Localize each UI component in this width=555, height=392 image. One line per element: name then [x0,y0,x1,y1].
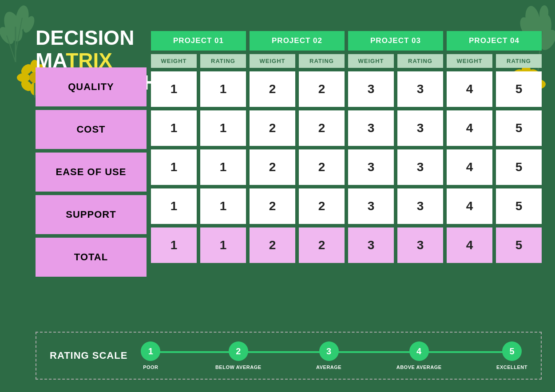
criteria-total: TOTAL [36,238,147,277]
quality-p2-weight: 2 [250,71,295,107]
svg-line-6 [16,18,22,53]
support-p2-rating: 2 [299,188,345,224]
p4-weight-header: WEIGHT [447,54,492,68]
scale-label-above-avg: ABOVE AVERAGE [396,365,442,370]
scale-label-poor: POOR [143,365,158,370]
project-02-header: PROJECT 02 [250,31,345,51]
svg-point-19 [523,5,543,35]
scale-circle-4: 4 [409,341,429,361]
cost-p3-rating: 3 [397,110,443,146]
matrix-area: PROJECT 01 PROJECT 02 PROJECT 03 PROJECT… [151,31,542,263]
quality-p2-pair: 2 2 [250,71,345,107]
scale-item-1: 1 POOR [141,341,160,370]
scale-label-avg: AVERAGE [316,365,341,370]
cost-p1-pair: 1 1 [151,110,246,146]
total-p3-rating: 3 [397,227,443,263]
p3-rating-header: RATING [397,54,443,68]
project-01-header: PROJECT 01 [151,31,246,51]
ease-p1-rating: 1 [200,149,246,185]
support-p2-pair: 2 2 [250,188,345,224]
subheader-p3: WEIGHT RATING [348,54,443,68]
scale-circle-1: 1 [141,341,160,361]
support-p3-rating: 3 [397,188,443,224]
scale-item-3: 3 AVERAGE [316,341,341,370]
support-p3-weight: 3 [348,188,394,224]
svg-line-5 [7,35,16,62]
subheader-p1: WEIGHT RATING [151,54,246,68]
scale-item-2: 2 BELOW AVERAGE [215,341,262,370]
p1-weight-header: WEIGHT [151,54,197,68]
total-p1-pair: 1 1 [151,227,246,263]
total-p3-pair: 3 3 [348,227,443,263]
cost-row: 1 1 2 2 3 3 4 5 [151,110,542,146]
scale-label-below-avg: BELOW AVERAGE [215,365,262,370]
quality-p1-pair: 1 1 [151,71,246,107]
criteria-column: QUALITY COST EASE OF USE SUPPORT TOTAL [36,67,147,280]
support-p1-rating: 1 [200,188,246,224]
quality-p1-rating: 1 [200,71,246,107]
total-p4-weight: 4 [447,227,492,263]
support-p4-rating: 5 [496,188,542,224]
subheader-p2: WEIGHT RATING [250,54,345,68]
ease-p1-weight: 1 [151,149,197,185]
total-p4-rating: 5 [496,227,542,263]
quality-p2-rating: 2 [299,71,345,107]
cost-p3-weight: 3 [348,110,394,146]
ease-p1-pair: 1 1 [151,149,246,185]
criteria-quality: QUALITY [36,67,147,106]
criteria-support: SUPPORT [36,195,147,234]
rating-scale-title: RATING SCALE [50,350,127,361]
project-03-header: PROJECT 03 [348,31,443,51]
total-p1-rating: 1 [200,227,246,263]
ease-p3-pair: 3 3 [348,149,443,185]
svg-point-10 [17,73,30,82]
cost-p2-weight: 2 [250,110,295,146]
svg-point-12 [19,62,34,77]
total-row: 1 1 2 2 3 3 4 5 [151,227,542,263]
criteria-ease: EASE OF USE [36,153,147,192]
project-04-header: PROJECT 04 [447,31,542,51]
cost-p3-pair: 3 3 [348,110,443,146]
ease-p2-pair: 2 2 [250,149,345,185]
scale-label-excellent: EXCELLENT [496,365,527,370]
support-p4-weight: 4 [447,188,492,224]
cost-p4-weight: 4 [447,110,492,146]
total-p3-weight: 3 [348,227,394,263]
total-p1-weight: 1 [151,227,197,263]
ease-p3-rating: 3 [397,149,443,185]
p4-rating-header: RATING [496,54,542,68]
svg-point-2 [0,24,16,47]
subheader-p4: WEIGHT RATING [447,54,542,68]
svg-point-22 [539,5,549,22]
ease-p4-weight: 4 [447,149,492,185]
page-container: DECISION MATRIX INFOGRAPHIC QUALITY COST… [0,0,555,392]
cost-p4-rating: 5 [496,110,542,146]
support-p1-pair: 1 1 [151,188,246,224]
scale-items: 1 POOR 2 BELOW AVERAGE 3 AVERAGE 4 ABOVE… [141,341,527,370]
cost-p2-rating: 2 [299,110,345,146]
p2-weight-header: WEIGHT [250,54,295,68]
support-p1-weight: 1 [151,188,197,224]
p1-rating-header: RATING [200,54,246,68]
ease-p2-weight: 2 [250,149,295,185]
svg-point-0 [0,9,26,44]
ease-p4-rating: 5 [496,149,542,185]
quality-row: 1 1 2 2 3 3 4 5 [151,71,542,107]
total-p2-pair: 2 2 [250,227,345,263]
scale-circle-5: 5 [502,341,522,361]
quality-p4-rating: 5 [496,71,542,107]
ease-p4-pair: 4 5 [447,149,542,185]
quality-p1-weight: 1 [151,71,197,107]
support-p2-weight: 2 [250,188,295,224]
criteria-cost: COST [36,110,147,149]
p2-rating-header: RATING [299,54,345,68]
scale-circle-3: 3 [319,341,339,361]
rating-scale-box: RATING SCALE 1 POOR 2 BELOW AVERAGE 3 AV… [36,332,542,380]
scale-item-4: 4 ABOVE AVERAGE [396,341,442,370]
svg-point-14 [19,78,34,93]
subheader-row: WEIGHT RATING WEIGHT RATING WEIGHT RATIN… [151,54,542,68]
cost-p1-rating: 1 [200,110,246,146]
cost-p2-pair: 2 2 [250,110,345,146]
quality-p3-weight: 3 [348,71,394,107]
support-row: 1 1 2 2 3 3 4 5 [151,188,542,224]
